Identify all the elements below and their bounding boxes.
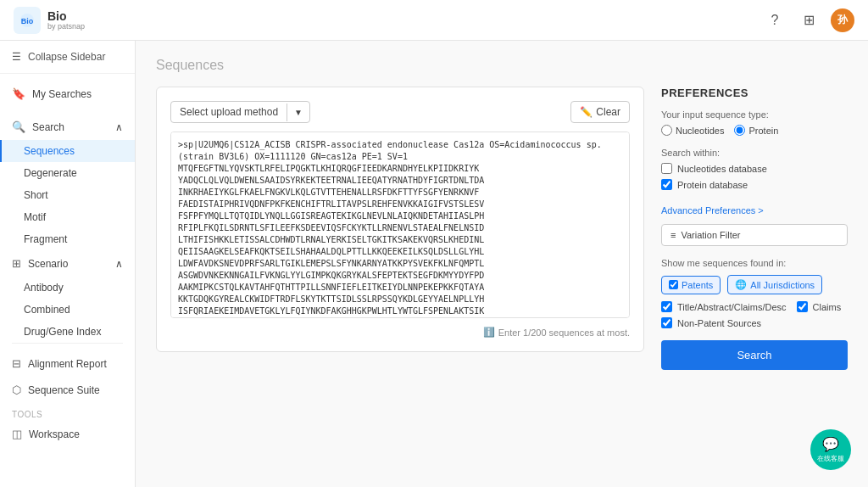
chat-icon: 💬 bbox=[822, 436, 839, 452]
clear-label: Clear bbox=[596, 106, 620, 118]
sidebar-group-scenario[interactable]: ⊞ Scenario ∧ bbox=[0, 250, 135, 277]
claims-checkbox[interactable]: Claims bbox=[797, 301, 842, 312]
search-icon: 🔍 bbox=[12, 120, 25, 133]
sequences-container: Select upload method ▼ ✏️ Clear >sp|U2UM… bbox=[156, 87, 644, 352]
claims-label: Claims bbox=[813, 302, 842, 312]
globe-icon: 🌐 bbox=[735, 279, 747, 290]
my-searches-icon: 🔖 bbox=[12, 87, 25, 100]
main-content: Sequences Select upload method ▼ ✏️ Clea… bbox=[136, 41, 868, 487]
sidebar-item-alignment-report-label: Alignment Report bbox=[28, 358, 107, 370]
collapse-sidebar-button[interactable]: ☰ Collapse Sidebar bbox=[0, 41, 135, 74]
svg-text:Bio: Bio bbox=[21, 17, 34, 25]
chat-label: 在线客服 bbox=[817, 454, 844, 463]
sidebar-item-drug-gene-index[interactable]: Drug/Gene Index bbox=[0, 321, 135, 343]
enter-sequences-note: Enter 1/200 sequences at most. bbox=[498, 327, 630, 338]
logo-text: Bio bbox=[47, 10, 85, 22]
sidebar-group-search-label: Search bbox=[32, 121, 64, 133]
sidebar-item-workspace-label: Workspace bbox=[29, 428, 80, 440]
sidebar-item-antibody[interactable]: Antibody bbox=[0, 277, 135, 299]
sidebar-item-motif[interactable]: Motif bbox=[0, 206, 135, 228]
preferences-title: PREFERENCES bbox=[661, 87, 848, 99]
collapse-sidebar-icon: ☰ bbox=[12, 51, 21, 63]
preferences-panel: PREFERENCES Your input sequence type: Nu… bbox=[644, 87, 848, 370]
protein-db-label: Protein database bbox=[677, 180, 748, 190]
nucleotides-radio[interactable]: Nucleotides bbox=[661, 125, 724, 136]
variation-filter-icon: ≡ bbox=[670, 230, 676, 240]
title-abstract-label: Title/Abstract/Claims/Desc bbox=[677, 302, 787, 312]
workspace-icon: ◫ bbox=[12, 428, 22, 440]
nucleotides-db-label: Nucleotides database bbox=[677, 164, 767, 174]
sidebar-item-my-searches-label: My Searches bbox=[32, 88, 92, 100]
collapse-sidebar-label: Collapse Sidebar bbox=[28, 51, 105, 63]
sidebar-group-scenario-label: Scenario bbox=[28, 258, 68, 270]
advanced-preferences-link[interactable]: Advanced Preferences > bbox=[661, 205, 764, 216]
variation-filter-button[interactable]: ≡ Variation Filter bbox=[661, 224, 848, 246]
sidebar-item-degenerate[interactable]: Degenerate bbox=[0, 162, 135, 184]
grid-button[interactable]: ⊞ bbox=[797, 8, 821, 32]
clear-button[interactable]: ✏️ Clear bbox=[570, 101, 630, 123]
info-icon: ℹ️ bbox=[483, 327, 495, 338]
show-sequences-label: Show me sequences found in: bbox=[661, 258, 848, 268]
sidebar-group-search[interactable]: 🔍 Search ∧ bbox=[0, 114, 135, 140]
patents-label: Patents bbox=[682, 280, 713, 290]
logo-icon: Bio bbox=[14, 7, 41, 34]
sidebar-item-fragment[interactable]: Fragment bbox=[0, 228, 135, 250]
search-chevron-icon: ∧ bbox=[115, 121, 123, 133]
sequence-textarea[interactable]: >sp|U2UMQ6|CS12A_ACISB CRISPR-associated… bbox=[170, 132, 630, 318]
nucleotides-label: Nucleotides bbox=[676, 126, 724, 136]
sidebar-item-my-searches[interactable]: 🔖 My Searches bbox=[0, 81, 135, 107]
logo: Bio Bio by patsnap bbox=[14, 7, 85, 34]
all-jurisdictions-label: All Jurisdictions bbox=[750, 280, 815, 290]
sidebar-item-workspace[interactable]: ◫ Workspace bbox=[0, 421, 135, 447]
alignment-report-icon: ⊟ bbox=[12, 357, 21, 370]
help-button[interactable]: ? bbox=[763, 8, 787, 32]
search-within-label: Search within: bbox=[661, 148, 848, 158]
variation-filter-label: Variation Filter bbox=[681, 230, 740, 240]
non-patent-checkbox[interactable]: Non-Patent Sources bbox=[661, 317, 848, 328]
upload-method-label: Select upload method bbox=[171, 102, 287, 122]
non-patent-label: Non-Patent Sources bbox=[677, 318, 761, 328]
sidebar-item-alignment-report[interactable]: ⊟ Alignment Report bbox=[0, 350, 135, 377]
sidebar-item-short[interactable]: Short bbox=[0, 184, 135, 206]
sequence-suite-icon: ⬡ bbox=[12, 383, 21, 396]
logo-sub: by patsnap bbox=[47, 22, 85, 31]
title-abstract-checkbox[interactable]: Title/Abstract/Claims/Desc bbox=[661, 301, 787, 312]
protein-radio[interactable]: Protein bbox=[734, 125, 778, 136]
input-sequence-type-label: Your input sequence type: bbox=[661, 109, 848, 120]
sidebar-item-combined[interactable]: Combined bbox=[0, 299, 135, 321]
protein-label: Protein bbox=[748, 126, 778, 136]
protein-db-checkbox[interactable]: Protein database bbox=[661, 179, 848, 190]
all-jurisdictions-button[interactable]: 🌐 All Jurisdictions bbox=[727, 275, 822, 294]
upload-method-select[interactable]: Select upload method ▼ bbox=[170, 101, 310, 123]
scenario-chevron-icon: ∧ bbox=[115, 258, 123, 270]
sidebar-item-sequences[interactable]: Sequences bbox=[0, 140, 135, 162]
avatar[interactable]: 孙 bbox=[831, 8, 854, 32]
upload-method-arrow-icon: ▼ bbox=[287, 104, 309, 121]
sequences-title: Sequences bbox=[156, 58, 848, 73]
clear-icon: ✏️ bbox=[580, 106, 593, 118]
nucleotides-db-checkbox[interactable]: Nucleotides database bbox=[661, 163, 848, 174]
search-button[interactable]: Search bbox=[661, 340, 848, 370]
float-chat-button[interactable]: 💬 在线客服 bbox=[810, 429, 851, 470]
patents-button[interactable]: Patents bbox=[661, 276, 721, 294]
sidebar-item-sequence-suite[interactable]: ⬡ Sequence Suite bbox=[0, 377, 135, 403]
scenario-icon: ⊞ bbox=[12, 257, 21, 270]
tools-label: Tools bbox=[0, 403, 135, 421]
sidebar: ☰ Collapse Sidebar 🔖 My Searches 🔍 Searc… bbox=[0, 41, 136, 487]
sidebar-item-sequence-suite-label: Sequence Suite bbox=[28, 384, 100, 396]
